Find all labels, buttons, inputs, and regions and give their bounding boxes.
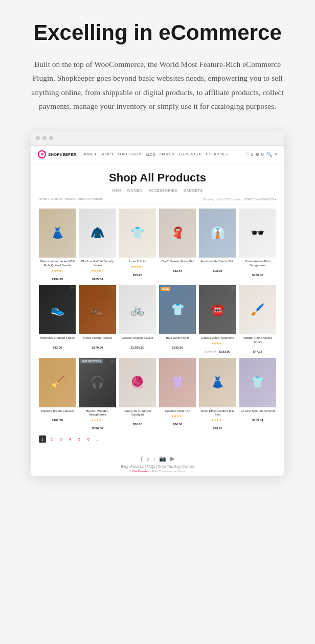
- product-image: ♡ 👟: [39, 285, 76, 334]
- product-price-row: $1,830.50: [119, 341, 156, 351]
- browser-dot-yellow: [42, 136, 47, 140]
- product-price-row: $36.00: [159, 418, 196, 427]
- tab-accessories[interactable]: ACCESSORIES: [149, 189, 177, 192]
- product-card[interactable]: ♡ 👕 Love T-Shirt ★★★★☆ $45.95: [119, 209, 156, 282]
- footer-faqs[interactable]: FAQs: [147, 465, 155, 468]
- product-card[interactable]: ♡ 👞 Brown Leather Shoes $179.90: [79, 285, 116, 355]
- product-card[interactable]: ♡ ☎️ Classic Black Telephone ★★★★☆ $266.…: [199, 285, 236, 355]
- product-card[interactable]: ♡ 🧹 Barber's Broom Classics $107.55: [39, 358, 76, 431]
- wishlist-heart-icon[interactable]: ♡: [231, 359, 235, 364]
- wishlist-heart-icon[interactable]: ♡: [151, 359, 154, 364]
- page-3[interactable]: 3: [57, 435, 64, 443]
- product-price: $159.35: [52, 278, 63, 281]
- shop-logo: ⊕ SHOPKEEPER: [38, 150, 77, 158]
- product-price-row: $159.35: [39, 273, 76, 282]
- product-name: Love T-Shirt: [119, 260, 156, 264]
- nav-blog[interactable]: BLOG: [145, 152, 155, 156]
- product-image: ♡ 🖌️: [239, 285, 276, 334]
- nav-elements[interactable]: ELEMENTS ▾: [178, 152, 201, 156]
- wishlist-heart-icon[interactable]: ♡: [271, 210, 275, 215]
- product-card[interactable]: ♡ 👗 Wrap Effect Leather Mini Skirt ★★★★☆…: [199, 358, 236, 431]
- product-card[interactable]: ♡ 👔 Freshpodele Denim Shirt $98.90: [199, 209, 236, 282]
- wishlist-heart-icon[interactable]: ♡: [231, 287, 235, 291]
- wishlist-heart-icon[interactable]: ♡: [191, 210, 194, 215]
- product-name: Black Beanie Skate Girl: [159, 260, 196, 264]
- footer-contact[interactable]: Contact: [183, 465, 194, 468]
- product-card[interactable]: SALE ♡ 👕 Blue Denim Shirt $233.00: [159, 285, 196, 355]
- instagram-icon[interactable]: 📷: [159, 455, 166, 462]
- wishlist-icon[interactable]: ♡ 0: [245, 152, 254, 157]
- sort-label[interactable]: SORT BY NEWNESS: [244, 198, 274, 201]
- product-image: ♡ 👔: [199, 209, 236, 258]
- product-card[interactable]: ♡ 🧶 Long Line Graphical Cardigan $30.00: [119, 358, 156, 431]
- page-description: Built on the top of WooCommerce, the Wor…: [30, 57, 285, 113]
- wishlist-heart-icon[interactable]: ♡: [151, 287, 154, 291]
- page-1[interactable]: 1: [39, 435, 46, 443]
- wishlist-heart-icon[interactable]: ♡: [271, 287, 275, 291]
- product-card[interactable]: ♡ 👕 LA One Size Fits All Shirt $105.34: [239, 358, 276, 431]
- product-card[interactable]: ♡ 🚲 Classic English Bicycle $1,830.50: [119, 285, 156, 355]
- page-5[interactable]: 5: [76, 435, 83, 443]
- product-card[interactable]: ♡ 👚 Colored Petite Top ★★★★☆ $36.00: [159, 358, 196, 431]
- wishlist-heart-icon[interactable]: ♡: [71, 359, 74, 364]
- logo-text: SHOPKEEPER: [48, 152, 77, 157]
- product-card[interactable]: ♡ 🖌️ Badger Hair Shaving Brush $47.35: [239, 285, 276, 355]
- nav-icons: ♡ 0 ⊕ 0 🔍 ≡: [245, 152, 277, 157]
- product-price: $125.34: [92, 278, 103, 281]
- footer-brand: Get Boosted: [132, 470, 149, 473]
- footer-about[interactable]: About Us: [130, 465, 144, 468]
- shop-content: Shop All Products MEN WOMEN ACCESSORIES …: [31, 164, 284, 450]
- product-name: Beeron Wooden Headphones: [79, 409, 116, 418]
- page-2[interactable]: 2: [48, 435, 55, 443]
- tab-men[interactable]: MEN: [112, 189, 121, 192]
- product-card[interactable]: ♡ 🧥 Black and White Varsity Jacket ★★★★☆…: [79, 209, 116, 282]
- cart-icon[interactable]: ⊕ 0: [256, 152, 264, 157]
- product-card[interactable]: ♡ 🧣 Black Beanie Skate Girl $32.57: [159, 209, 196, 282]
- tab-women[interactable]: WOMEN: [127, 189, 143, 192]
- pagination: 1 2 3 4 5 6 ...: [39, 431, 276, 445]
- product-price: $107.55: [52, 419, 63, 422]
- wishlist-heart-icon[interactable]: ♡: [231, 210, 235, 215]
- product-card[interactable]: ♡ 🕶️ Brown Animal Print Sunglasses $160.…: [239, 209, 276, 282]
- sort-control[interactable]: Showing 1-18 of 107 results SORT BY NEWN…: [202, 197, 276, 201]
- product-card[interactable]: OUT OF STOCK ♡ 🎧 Beeron Wooden Headphone…: [79, 358, 116, 431]
- tab-gadgets[interactable]: GADGETS: [184, 189, 203, 192]
- logo-icon: ⊕: [38, 150, 46, 158]
- footer-blog[interactable]: Blog: [121, 465, 128, 468]
- page-4[interactable]: 4: [66, 435, 74, 443]
- pinterest-icon[interactable]: p: [147, 455, 150, 462]
- product-price-row: $233.00: [159, 341, 196, 351]
- nav-pages[interactable]: PAGES ▾: [160, 152, 175, 156]
- browser-mockup: ⊕ SHOPKEEPER HOME ▾ SHOP ▾ PORTFOLIO ▾ B…: [31, 131, 284, 476]
- nav-shop[interactable]: SHOP ▾: [101, 152, 114, 156]
- youtube-icon[interactable]: ▶: [170, 455, 174, 462]
- wishlist-heart-icon[interactable]: ♡: [191, 287, 194, 291]
- product-badge: SALE: [161, 287, 170, 291]
- nav-features[interactable]: ✦ FEATURES: [205, 152, 228, 156]
- facebook-icon[interactable]: f: [141, 455, 143, 462]
- menu-icon[interactable]: ≡: [275, 152, 277, 157]
- twitter-icon[interactable]: t: [153, 455, 155, 462]
- footer-tracking[interactable]: Order Tracking: [158, 465, 179, 468]
- wishlist-heart-icon[interactable]: ♡: [111, 359, 115, 364]
- search-icon[interactable]: 🔍: [266, 152, 272, 157]
- product-name: Freshpodele Denim Shirt: [199, 260, 236, 264]
- wishlist-heart-icon[interactable]: ♡: [191, 359, 194, 364]
- page-6[interactable]: 6: [85, 435, 92, 443]
- product-card[interactable]: ♡ 👗 Biker Leather Jacket With Multi Quil…: [39, 209, 76, 282]
- wishlist-heart-icon[interactable]: ♡: [111, 210, 115, 215]
- nav-home[interactable]: HOME ▾: [83, 152, 97, 156]
- nav-portfolio[interactable]: PORTFOLIO ▾: [118, 152, 141, 156]
- product-image: ♡ 👕: [239, 358, 276, 407]
- wishlist-heart-icon[interactable]: ♡: [71, 210, 74, 215]
- product-card[interactable]: ♡ 👟 Women's Studded Shoes $43.00: [39, 285, 76, 355]
- wishlist-heart-icon[interactable]: ♡: [111, 287, 115, 291]
- product-image: ♡ 👗: [199, 358, 236, 407]
- wishlist-heart-icon[interactable]: ♡: [271, 359, 275, 364]
- product-name: Classic English Bicycle: [119, 336, 156, 340]
- product-price-row: $266.00 $183.00: [199, 346, 236, 355]
- product-price: $43.00: [53, 346, 62, 349]
- product-image: ♡ 👕: [119, 209, 156, 258]
- wishlist-heart-icon[interactable]: ♡: [151, 210, 154, 215]
- wishlist-heart-icon[interactable]: ♡: [71, 287, 74, 291]
